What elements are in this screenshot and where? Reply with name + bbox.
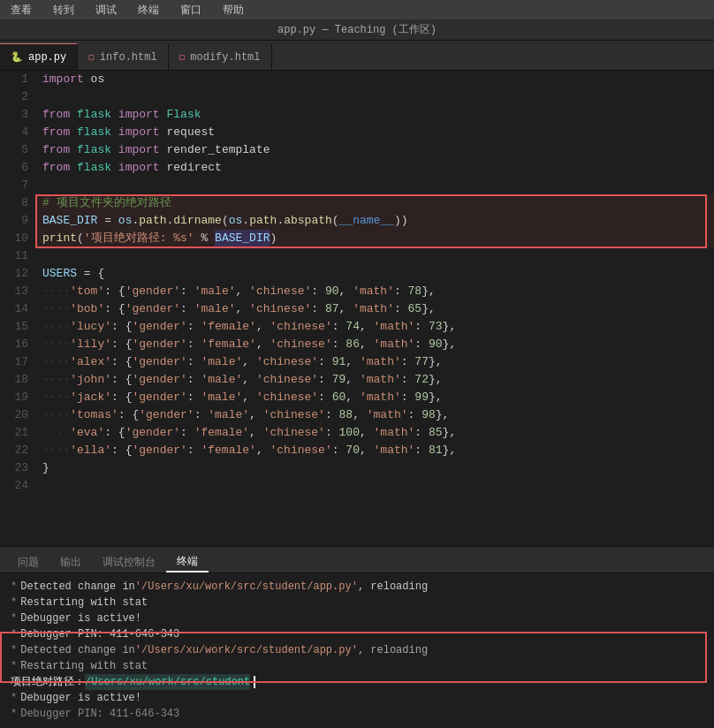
tab-app-py[interactable]: 🐍 app.py: [0, 43, 78, 70]
ln-20: 20: [0, 406, 28, 424]
code-line-4: from flask import request: [35, 124, 714, 141]
ln-13: 13: [0, 283, 28, 300]
ln-5: 5: [0, 141, 28, 159]
code-editor[interactable]: import os from flask import Flask from f…: [35, 71, 714, 548]
tab-modify-html[interactable]: ◻ modify.html: [169, 43, 272, 70]
ln-6: 6: [0, 159, 28, 177]
panel-tab-bar: 问题 输出 调试控制台 终端: [0, 549, 714, 573]
menu-terminal[interactable]: 终端: [134, 3, 163, 18]
menu-view[interactable]: 查看: [7, 3, 35, 18]
code-line-24: [35, 477, 714, 495]
code-line-1: import os: [35, 71, 714, 88]
ln-2: 2: [0, 88, 28, 106]
panel-tab-output[interactable]: 输出: [49, 551, 92, 573]
tab-label-info-html: info.html: [100, 51, 157, 64]
term-line-9: * Debugger PIN: 411-646-343: [11, 706, 703, 722]
ln-17: 17: [0, 353, 28, 371]
code-line-14: ····'bob': {'gender': 'male', 'chinese':…: [35, 300, 714, 318]
code-line-22: ····'ella': {'gender': 'female', 'chines…: [35, 442, 714, 459]
menu-goto[interactable]: 转到: [49, 3, 78, 18]
ln-14: 14: [0, 300, 28, 318]
bottom-panel: 问题 输出 调试控制台 终端 * Detected change in '/Us…: [0, 548, 714, 728]
code-line-21: ····'eva': {'gender': 'female', 'chinese…: [35, 424, 714, 442]
code-line-3: from flask import Flask: [35, 106, 714, 124]
tab-label-app-py: app.py: [28, 51, 66, 64]
code-line-13: ····'tom': {'gender': 'male', 'chinese':…: [35, 283, 714, 300]
term-line-6: * Restarting with stat: [11, 658, 703, 674]
term-line-5: * Detected change in '/Users/xu/work/src…: [11, 642, 703, 658]
code-line-16: ····'lily': {'gender': 'female', 'chines…: [35, 336, 714, 353]
menu-debug[interactable]: 调试: [92, 3, 120, 18]
ln-22: 22: [0, 442, 28, 459]
code-line-15: ····'lucy': {'gender': 'female', 'chines…: [35, 318, 714, 336]
tab-label-modify-html: modify.html: [190, 51, 260, 64]
code-line-8: # 项目文件夹的绝对路径: [35, 194, 714, 212]
code-line-2: [35, 88, 714, 106]
term-line-3: * Debugger is active!: [11, 610, 703, 626]
ln-11: 11: [0, 247, 28, 265]
ln-21: 21: [0, 424, 28, 442]
tab-bar: 🐍 app.py ◻ info.html ◻ modify.html: [0, 41, 714, 71]
menu-bar: 查看 转到 调试 终端 窗口 帮助: [0, 0, 714, 19]
ln-7: 7: [0, 177, 28, 194]
ln-1: 1: [0, 71, 28, 88]
editor-area: 1 2 3 4 5 6 7 8 9 10 11 12 13 14 15 16 1…: [0, 71, 714, 548]
ln-23: 23: [0, 459, 28, 477]
code-line-17: ····'alex': {'gender': 'male', 'chinese'…: [35, 353, 714, 371]
term-line-2: * Restarting with stat: [11, 595, 703, 610]
title-bar: app.py — Teaching (工作区): [0, 19, 714, 41]
code-line-7: [35, 177, 714, 194]
ln-16: 16: [0, 336, 28, 353]
panel-tab-debug-console[interactable]: 调试控制台: [92, 551, 166, 573]
ln-24: 24: [0, 477, 28, 495]
code-line-9: BASE_DIR = os.path.dirname(os.path.abspa…: [35, 212, 714, 230]
panel-tab-terminal[interactable]: 终端: [166, 551, 209, 573]
code-line-19: ····'jack': {'gender': 'male', 'chinese'…: [35, 389, 714, 406]
term-line-4: * Debugger PIN: 411-646-343: [11, 626, 703, 642]
code-line-18: ····'john': {'gender': 'male', 'chinese'…: [35, 371, 714, 389]
ln-12: 12: [0, 265, 28, 283]
code-line-20: ····'tomas': {'gender': 'male', 'chinese…: [35, 406, 714, 424]
html-icon-1: ◻: [88, 51, 95, 63]
ln-8: 8: [0, 194, 28, 212]
code-line-6: from flask import redirect: [35, 159, 714, 177]
ln-10: 10: [0, 230, 28, 247]
code-line-5: from flask import render_template: [35, 141, 714, 159]
term-line-7: 项目绝对路径：/Users/xu/work/src/student: [11, 674, 703, 690]
menu-window[interactable]: 窗口: [177, 3, 205, 18]
tab-info-html[interactable]: ◻ info.html: [78, 43, 168, 70]
menu-help[interactable]: 帮助: [219, 3, 247, 18]
ln-19: 19: [0, 389, 28, 406]
code-line-12: USERS = {: [35, 265, 714, 283]
code-line-11: [35, 247, 714, 265]
term-line-8: * Debugger is active!: [11, 690, 703, 706]
ln-3: 3: [0, 106, 28, 124]
terminal-content: * Detected change in '/Users/xu/work/src…: [0, 573, 714, 728]
py-icon: 🐍: [11, 51, 23, 63]
code-line-10: print('项目绝对路径: %s' % BASE_DIR): [35, 230, 714, 247]
code-line-23: }: [35, 459, 714, 477]
ln-4: 4: [0, 124, 28, 141]
ln-9: 9: [0, 212, 28, 230]
line-numbers: 1 2 3 4 5 6 7 8 9 10 11 12 13 14 15 16 1…: [0, 71, 35, 548]
ln-18: 18: [0, 371, 28, 389]
html-icon-2: ◻: [179, 51, 186, 63]
panel-tab-problems[interactable]: 问题: [7, 551, 49, 573]
ln-15: 15: [0, 318, 28, 336]
window-title: app.py — Teaching (工作区): [277, 22, 437, 37]
term-line-1: * Detected change in '/Users/xu/work/src…: [11, 579, 703, 595]
